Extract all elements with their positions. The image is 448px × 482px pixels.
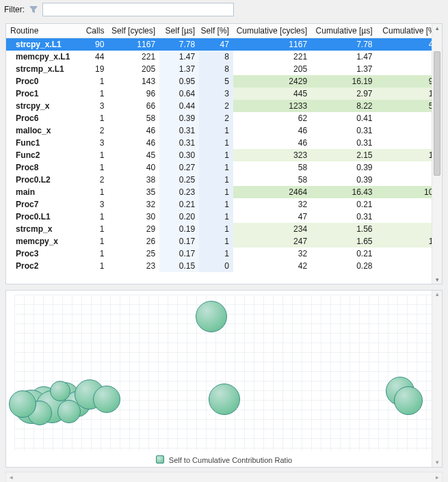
cell-calls: 1 — [80, 149, 108, 161]
cell-cum-us: 16.43 — [311, 186, 376, 198]
cell-self-cycles: 58 — [108, 112, 159, 124]
scroll-up-icon[interactable]: ▴ — [434, 291, 440, 299]
cell-cum-us: 0.39 — [311, 174, 376, 186]
profile-table[interactable]: Routine Calls Self [cycles] Self [µs] Se… — [6, 24, 442, 272]
cell-routine: Proc3 — [6, 247, 80, 260]
col-header-routine[interactable]: Routine — [6, 24, 80, 38]
col-header-self-cycles[interactable]: Self [cycles] — [108, 24, 159, 38]
table-row[interactable]: main1350.231246416.43100 — [6, 186, 442, 198]
scroll-right-icon[interactable]: ▸ — [432, 472, 442, 482]
cell-self-cycles: 35 — [108, 186, 159, 198]
table-row[interactable]: memcpy_x1260.1712471.6510 — [6, 235, 442, 247]
cell-calls: 19 — [80, 63, 108, 75]
bubble[interactable] — [209, 384, 240, 415]
cell-self-pct: 1 — [199, 174, 233, 186]
diagram-vertical-scrollbar[interactable]: ▴ ▾ — [432, 291, 442, 467]
table-row[interactable]: Proc11960.6434452.9718 — [6, 88, 442, 100]
cell-cum-cycles: 47 — [233, 211, 311, 223]
cell-self-pct: 1 — [199, 186, 233, 198]
cell-self-us: 0.64 — [159, 88, 199, 100]
table-row[interactable]: Proc0.L22380.251580.392 — [6, 174, 442, 186]
cell-routine: strcmp_x — [6, 223, 80, 235]
cell-routine: Func2 — [6, 149, 80, 161]
table-row[interactable]: Proc73320.211320.211 — [6, 198, 442, 211]
horizontal-scrollbar[interactable]: ◂ ▸ — [5, 472, 443, 482]
filter-input[interactable] — [42, 3, 234, 16]
cell-cum-cycles: 58 — [233, 161, 311, 174]
table-row[interactable]: malloc_x2460.311460.311 — [6, 124, 442, 137]
table-row[interactable]: strcmp_x.L1192051.3782051.378 — [6, 63, 442, 75]
col-header-self-pct[interactable]: Self [%] — [199, 24, 233, 38]
cell-cum-cycles: 42 — [233, 260, 311, 272]
cell-routine: strcpy_x — [6, 100, 80, 112]
cell-cum-cycles: 46 — [233, 124, 311, 137]
cell-cum-cycles: 445 — [233, 88, 311, 100]
diagram-grid[interactable] — [14, 295, 434, 451]
scroll-down-icon[interactable]: ▾ — [434, 276, 440, 284]
cell-cum-cycles: 234 — [233, 223, 311, 235]
cell-routine: Proc2 — [6, 260, 80, 272]
cell-routine: memcpy_x.L1 — [6, 51, 80, 63]
table-row[interactable]: memcpy_x.L1442211.4782211.478 — [6, 51, 442, 63]
cell-self-cycles: 46 — [108, 137, 159, 149]
cell-self-pct: 8 — [199, 63, 233, 75]
cell-routine: Proc7 — [6, 198, 80, 211]
cell-cum-cycles: 58 — [233, 174, 311, 186]
cell-cum-us: 0.41 — [311, 112, 376, 124]
cell-self-cycles: 26 — [108, 235, 159, 247]
legend-label: Self to Cumulative Contribution Ratio — [169, 456, 292, 464]
cell-self-cycles: 23 — [108, 260, 159, 272]
cell-self-us: 0.31 — [159, 137, 199, 149]
table-row[interactable]: Proc81400.271580.392 — [6, 161, 442, 174]
table-header-row[interactable]: Routine Calls Self [cycles] Self [µs] Se… — [6, 24, 442, 38]
cell-self-us: 0.23 — [159, 186, 199, 198]
scroll-thumb[interactable] — [434, 51, 440, 176]
col-header-cum-us[interactable]: Cumulative [µs] — [311, 24, 376, 38]
cell-routine: strcmp_x.L1 — [6, 63, 80, 75]
table-row[interactable]: Proc011430.955242916.1998 — [6, 75, 442, 88]
col-header-calls[interactable]: Calls — [80, 24, 108, 38]
cell-self-us: 0.20 — [159, 211, 199, 223]
cell-cum-cycles: 221 — [233, 51, 311, 63]
cell-self-pct: 2 — [199, 100, 233, 112]
table-row[interactable]: strcmp_x1290.1912341.569 — [6, 223, 442, 235]
scroll-left-icon[interactable]: ◂ — [6, 472, 16, 482]
scroll-down-icon[interactable]: ▾ — [434, 459, 440, 467]
cell-calls: 1 — [80, 211, 108, 223]
table-row[interactable]: Proc21230.150420.281 — [6, 260, 442, 272]
bubble[interactable] — [394, 386, 423, 415]
bubble[interactable] — [196, 301, 227, 332]
cell-calls: 1 — [80, 235, 108, 247]
col-header-cum-cycles[interactable]: Cumulative [cycles] — [233, 24, 311, 38]
table-row[interactable]: strcpy_x3660.44212338.2250 — [6, 100, 442, 112]
scroll-up-icon[interactable]: ▴ — [434, 24, 440, 32]
cell-self-pct: 1 — [199, 161, 233, 174]
bubble[interactable] — [9, 390, 36, 418]
table-row[interactable]: Func21450.3013232.1513 — [6, 149, 442, 161]
cell-cum-us: 1.56 — [311, 223, 376, 235]
cell-calls: 90 — [80, 38, 108, 51]
cell-self-us: 0.25 — [159, 174, 199, 186]
cell-cum-us: 2.15 — [311, 149, 376, 161]
cell-routine: Func1 — [6, 137, 80, 149]
table-row[interactable]: Proc31250.171320.211 — [6, 247, 442, 260]
table-vertical-scrollbar[interactable]: ▴ ▾ — [432, 24, 442, 284]
cell-routine: main — [6, 186, 80, 198]
cell-calls: 3 — [80, 137, 108, 149]
cell-cum-us: 16.19 — [311, 75, 376, 88]
table-row[interactable]: Proc61580.392620.412 — [6, 112, 442, 124]
cell-cum-us: 0.21 — [311, 198, 376, 211]
cell-self-pct: 1 — [199, 247, 233, 260]
table-row[interactable]: Proc0.L11300.201470.311 — [6, 211, 442, 223]
cell-cum-cycles: 1233 — [233, 100, 311, 112]
table-row[interactable]: Func13460.311460.311 — [6, 137, 442, 149]
cell-routine: Proc1 — [6, 88, 80, 100]
table-row[interactable]: strcpy_x.L19011677.784711677.7847 — [6, 38, 442, 51]
col-header-self-us[interactable]: Self [µs] — [159, 24, 199, 38]
cell-self-cycles: 30 — [108, 211, 159, 223]
bubble[interactable] — [93, 386, 120, 413]
cell-cum-cycles: 2464 — [233, 186, 311, 198]
cell-cum-cycles: 46 — [233, 137, 311, 149]
cell-self-cycles: 96 — [108, 88, 159, 100]
cell-cum-cycles: 62 — [233, 112, 311, 124]
